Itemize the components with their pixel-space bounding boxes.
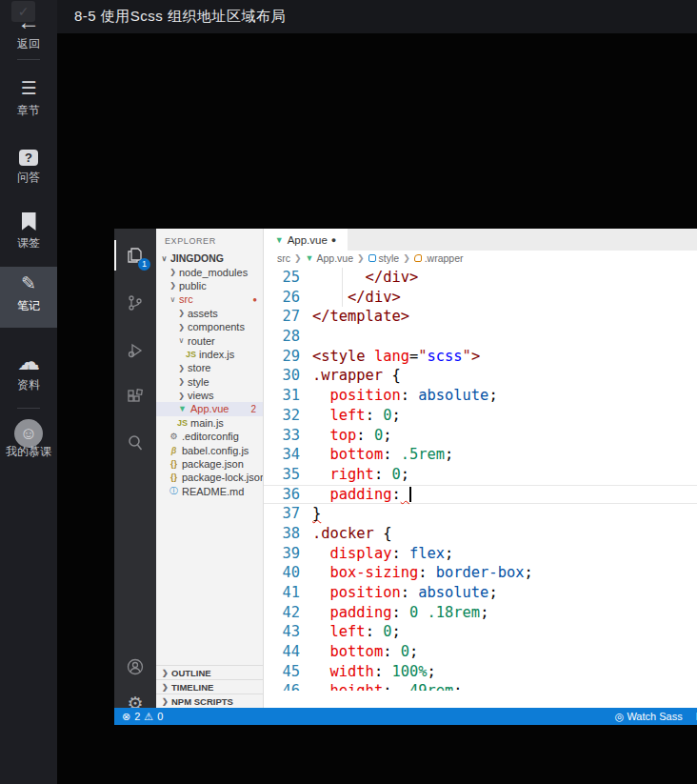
section-npm-scripts[interactable]: ❯NPM SCRIPTS bbox=[156, 694, 263, 708]
breadcrumb-App.vue[interactable]: ▼App.vue bbox=[306, 252, 353, 264]
code-token bbox=[312, 446, 330, 463]
question-bubble-icon: ? bbox=[0, 145, 57, 168]
code-token: padding bbox=[330, 486, 392, 503]
tree-item-components[interactable]: ❯components bbox=[156, 320, 263, 333]
code-token: lang bbox=[374, 348, 409, 365]
code-token bbox=[418, 604, 427, 621]
file-label: assets bbox=[188, 308, 218, 319]
tree-item-babel.config.js[interactable]: βbabel.config.js bbox=[156, 443, 263, 456]
tree-item-store[interactable]: ❯store bbox=[156, 361, 263, 374]
explorer-icon[interactable]: 1 bbox=[114, 236, 156, 274]
line-number: 32 bbox=[264, 406, 312, 426]
search-icon[interactable] bbox=[114, 424, 156, 462]
errors-icon[interactable]: ⊗ bbox=[122, 711, 130, 723]
code-token: box-sizing bbox=[330, 564, 419, 581]
gear-file-icon: ⚙ bbox=[169, 432, 179, 441]
tree-item-main.js[interactable]: JSmain.js bbox=[156, 416, 263, 430]
tree-item-public[interactable]: ❯public bbox=[156, 279, 263, 292]
video-frame[interactable]: 1⚙ EXPLORER ∨JINGDONG❯node_modules❯publi… bbox=[57, 33, 697, 784]
line-number: 34 bbox=[264, 445, 312, 465]
breadcrumb-separator: ❯ bbox=[357, 253, 365, 263]
code-token: ; bbox=[524, 564, 532, 581]
breadcrumb: src❯▼App.vue❯style❯.wrapper bbox=[264, 251, 697, 266]
section-timeline[interactable]: ❯TIMELINE bbox=[156, 679, 263, 694]
code-token bbox=[312, 682, 330, 691]
tree-item-App.vue[interactable]: ▼App.vue2 bbox=[156, 402, 263, 415]
warnings-count: 0 bbox=[157, 711, 163, 722]
sidebar-divider bbox=[17, 408, 40, 409]
code-token: .49rem bbox=[401, 682, 454, 691]
code-line-30: 30.wrapper { bbox=[264, 366, 697, 386]
tab-app-vue[interactable]: ▼ App.vue ● bbox=[264, 229, 348, 251]
code-token bbox=[312, 486, 330, 503]
file-label: README.md bbox=[182, 486, 244, 497]
code-token: width bbox=[330, 663, 374, 680]
tree-item-package-lock.json[interactable]: {}package-lock.json bbox=[156, 471, 263, 484]
tree-item-package.json[interactable]: {}package.json bbox=[156, 457, 263, 471]
code-token: position bbox=[330, 387, 401, 404]
breadcrumb-src[interactable]: src bbox=[277, 252, 290, 264]
code-token: : bbox=[383, 643, 401, 660]
sidebar-item-materials[interactable]: ☁↓资料 bbox=[0, 352, 57, 393]
breadcrumb-wrapper[interactable]: .wrapper bbox=[414, 252, 464, 264]
code-token bbox=[312, 663, 330, 680]
tree-item-JINGDONG[interactable]: ∨JINGDONG bbox=[156, 251, 263, 265]
code-line-36: 36 padding: bbox=[264, 485, 697, 505]
file-label: package.json bbox=[182, 458, 244, 470]
watch-sass-button[interactable]: ◎ Watch Sass bbox=[615, 711, 683, 723]
vue-file-icon: ▼ bbox=[275, 235, 284, 245]
code-token: : bbox=[366, 623, 384, 640]
code-token: ; bbox=[409, 643, 418, 660]
code-token: </div> bbox=[366, 269, 419, 286]
lesson-title: 8-5 使用Scss 组织地址区域布局 bbox=[74, 8, 286, 26]
imooc-avatar: ☺ bbox=[0, 419, 57, 442]
tree-item-README.md[interactable]: ⓘREADME.md bbox=[156, 485, 263, 498]
tab-label: App.vue bbox=[288, 234, 328, 246]
chevron-right-icon: ❯ bbox=[169, 268, 177, 276]
source-control-icon[interactable] bbox=[114, 284, 156, 322]
sidebar-item-qa[interactable]: ?问答 bbox=[0, 145, 57, 186]
tree-item-router[interactable]: ∨router bbox=[156, 333, 263, 347]
explorer-panel: EXPLORER ∨JINGDONG❯node_modules❯public∨s… bbox=[156, 229, 264, 708]
chevron-right-icon: ❯ bbox=[177, 392, 186, 400]
problems-badge: 2 bbox=[250, 404, 256, 414]
vue-file-icon: ▼ bbox=[177, 404, 188, 413]
code-token: bottom bbox=[330, 643, 384, 660]
code-token: </div> bbox=[348, 289, 401, 306]
explorer-header: EXPLORER bbox=[156, 229, 263, 251]
extensions-icon[interactable] bbox=[114, 378, 156, 416]
sidebar-item-bookmark[interactable]: 课签 bbox=[0, 211, 57, 251]
text-cursor bbox=[409, 487, 411, 502]
tree-item-views[interactable]: ❯views bbox=[156, 389, 263, 402]
code-token: ; bbox=[453, 682, 462, 691]
sidebar-item-notes[interactable]: ✎笔记 bbox=[0, 273, 57, 314]
section-outline[interactable]: ❯OUTLINE bbox=[156, 665, 263, 679]
code-line-46: 46 height: .49rem; bbox=[264, 681, 697, 691]
code-token bbox=[312, 643, 330, 660]
tree-item-.editorconfig[interactable]: ⚙.editorconfig bbox=[156, 430, 263, 443]
tree-item-src[interactable]: ∨src● bbox=[156, 292, 263, 306]
code-line-27: 27</template> bbox=[264, 307, 697, 327]
file-label: router bbox=[188, 335, 215, 347]
breadcrumb-separator: ❯ bbox=[403, 253, 410, 263]
line-number: 45 bbox=[264, 662, 312, 682]
account-icon[interactable] bbox=[114, 648, 156, 686]
sidebar-item-chapters[interactable]: ☰章节 bbox=[0, 78, 57, 119]
warnings-icon[interactable]: ⚠ bbox=[144, 711, 153, 723]
breadcrumb-style[interactable]: style bbox=[368, 252, 400, 264]
code-token: > bbox=[471, 348, 480, 365]
code-token: </template> bbox=[312, 308, 409, 325]
run-debug-icon[interactable] bbox=[114, 332, 156, 370]
tree-item-node_modules[interactable]: ❯node_modules bbox=[156, 265, 263, 278]
tree-item-assets[interactable]: ❯assets bbox=[156, 307, 263, 320]
code-token: ; bbox=[428, 663, 436, 680]
sidebar-item-my-imooc[interactable]: ☺我的慕课 bbox=[0, 419, 57, 460]
chapters-menu-icon: ☰ bbox=[0, 78, 57, 101]
tree-item-style[interactable]: ❯style bbox=[156, 375, 263, 389]
errors-count: 2 bbox=[134, 711, 140, 722]
code-token: border-box bbox=[436, 564, 525, 581]
tree-item-index.js[interactable]: JSindex.js bbox=[156, 348, 263, 361]
code-token: ; bbox=[401, 466, 409, 483]
code-token bbox=[312, 407, 330, 424]
code-token: .wrapper bbox=[312, 367, 383, 384]
